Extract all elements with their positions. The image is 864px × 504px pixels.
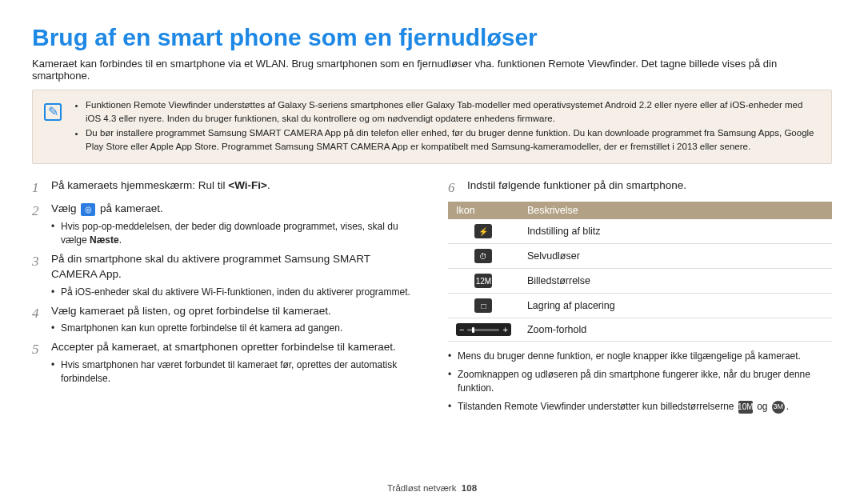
step-number: 2 — [32, 202, 43, 246]
note-bullet: Mens du bruger denne funktion, er nogle … — [448, 350, 832, 363]
step-2: Vælg ◎ på kameraet. Hvis pop-op-meddelel… — [51, 202, 416, 246]
table-row: □ Lagring af placering — [448, 294, 832, 318]
step-6: Indstil følgende funktioner på din smart… — [467, 178, 832, 198]
remote-viewfinder-icon: ◎ — [81, 203, 95, 216]
note-bullet: Zoomknappen og udløseren på din smartpho… — [448, 368, 832, 395]
step-3: På din smartphone skal du aktivere progr… — [51, 252, 416, 299]
table-header-desc: Beskrivelse — [519, 202, 832, 219]
step-3-sub: På iOS-enheder skal du aktivere Wi-Fi-fu… — [51, 286, 416, 299]
step-2-sub: Hvis pop-op-meddelelsen, der beder dig d… — [51, 220, 416, 247]
step-4: Vælg kameraet på listen, og opret forbin… — [51, 304, 416, 336]
icon-description-table: Ikon Beskrivelse ⚡ Indstilling af blitz … — [448, 202, 832, 342]
info-note-box: ✎ Funktionen Remote Viewfinder understøt… — [32, 90, 832, 164]
step-number: 5 — [32, 340, 43, 385]
left-column: 1 På kameraets hjemmeskærm: Rul til <Wi-… — [32, 178, 416, 418]
info-icon: ✎ — [44, 103, 62, 121]
step-number: 6 — [448, 178, 459, 198]
note-item: Du bør installere programmet Samsung SMA… — [86, 126, 820, 153]
step-number: 4 — [32, 304, 43, 336]
timer-icon: ⏱ — [474, 249, 492, 263]
note-item: Funktionen Remote Viewfinder understøtte… — [86, 98, 820, 125]
step-4-sub: Smartphonen kan kun oprette forbindelse … — [51, 322, 416, 335]
table-row: ⏱ Selvudløser — [448, 244, 832, 269]
location-icon: □ — [474, 298, 492, 313]
image-size-a-icon: 10M — [738, 401, 753, 414]
step-5-sub: Hvis smartphonen har været forbundet til… — [51, 358, 416, 386]
table-row: 12M Billedstørrelse — [448, 269, 832, 294]
image-size-b-icon: 3M — [772, 401, 785, 414]
step-1: På kameraets hjemmeskærm: Rul til <Wi-Fi… — [51, 178, 416, 198]
flash-icon: ⚡ — [474, 224, 492, 238]
page-title: Brug af en smart phone som en fjernudløs… — [32, 24, 832, 51]
size-icon: 12M — [474, 274, 492, 288]
step-number: 3 — [32, 252, 43, 299]
table-header-icon: Ikon — [448, 202, 519, 219]
zoom-slider-icon: −+ — [456, 323, 511, 336]
step-number: 1 — [32, 178, 43, 198]
note-bullet: Tilstanden Remote Viewfinder understøtte… — [448, 400, 832, 414]
intro-text: Kameraet kan forbindes til en smartphone… — [32, 58, 832, 82]
table-row: −+ Zoom-forhold — [448, 318, 832, 342]
step-5: Accepter på kameraet, at smartphonen opr… — [51, 340, 416, 385]
right-column: 6 Indstil følgende funktioner på din sma… — [448, 178, 832, 418]
page-footer: Trådløst netværk 108 — [0, 483, 864, 493]
table-row: ⚡ Indstilling af blitz — [448, 219, 832, 244]
